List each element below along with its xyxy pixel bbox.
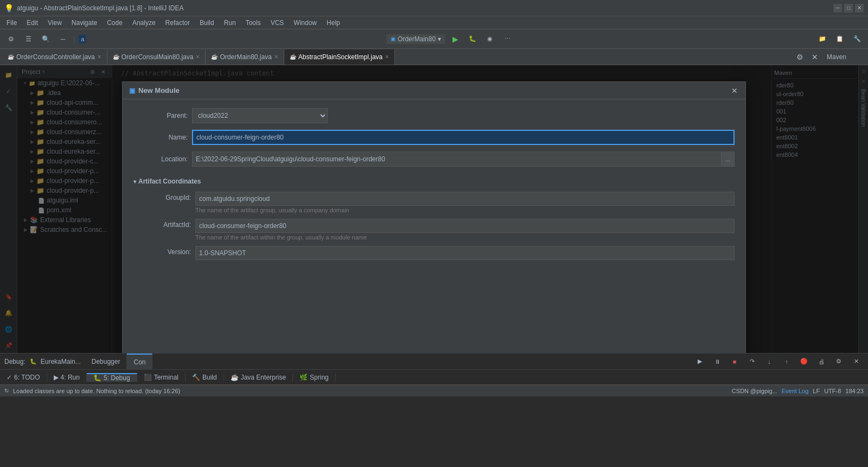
artifactid-input[interactable] [195,219,735,233]
version-input[interactable] [195,246,735,260]
java-enterprise-icon: ☕ [231,374,239,381]
run-tab[interactable]: ▶ 4: Run [47,374,87,381]
menu-vcs[interactable]: VCS [266,18,289,28]
toolbar-extra3[interactable]: 🔧 [850,31,865,47]
toolbar-layout[interactable]: ☰ [21,31,36,47]
dialog-spacer [123,269,745,353]
coverage-button[interactable]: ◉ [482,31,497,47]
debug-pause-btn[interactable]: ⏸ [710,354,725,369]
groupid-input[interactable] [195,192,735,206]
debugger-tab[interactable]: Debugger [85,354,127,370]
tabs-bar: ☕ OrderConsulController.java ✕ ☕ OrderCo… [0,49,868,65]
menu-refactor[interactable]: Refactor [161,18,194,28]
event-log-label[interactable]: Event Log [782,388,809,394]
parent-select-wrapper: cloud2022 [192,108,328,123]
debug-resume-btn[interactable]: ▶ [692,354,707,369]
run-config-selector[interactable]: ▣ OrderMain80 ▾ [386,34,445,44]
location-browse-button[interactable]: ... [722,152,735,167]
run-label: 4: Run [61,374,80,381]
parent-select[interactable]: cloud2022 [192,108,328,123]
version-label: Version: [142,246,191,256]
menu-help[interactable]: Help [322,18,344,28]
con-tab[interactable]: Con [127,354,152,370]
artifact-header[interactable]: ▾ Artifact Coordinates [133,175,735,187]
artifact-section: ▾ Artifact Coordinates GroupId: The name… [133,175,735,260]
name-input[interactable] [192,130,735,145]
tab-orderconsulmain80[interactable]: ☕ OrderConsulMain80.java ✕ [107,49,206,65]
build-tab[interactable]: 🔨 Build [186,374,224,381]
toolbar-search[interactable]: 🔍 [38,31,53,47]
groupid-label: GroupId: [142,192,191,201]
debug-icon: 🐛 [93,374,101,382]
debug-settings-btn[interactable]: ⚙ [831,354,846,369]
bottom-toolbar: ✓ 6: TODO ▶ 4: Run 🐛 5: Debug ⬛ Terminal… [0,369,868,384]
menu-navigate[interactable]: Navigate [67,18,101,28]
close-button[interactable]: ✕ [855,4,864,12]
toolbar-minus[interactable]: ─ [55,31,71,47]
new-module-dialog: ▣ New Module ✕ Parent: cloud2022 [122,81,746,353]
maximize-button[interactable]: □ [844,4,853,12]
java-enterprise-tab[interactable]: ☕ Java Enterprise [224,374,293,381]
menu-analyze[interactable]: Analyze [128,18,160,28]
terminal-tab[interactable]: ⬛ Terminal [137,374,186,381]
location-input[interactable] [192,152,722,167]
title-bar-left: 💡 atguigu - AbstractPlainSocketImpl.java… [4,4,183,12]
minimize-button[interactable]: ─ [833,4,842,12]
toolbar-extra1[interactable]: 📁 [815,31,830,47]
tabs-settings[interactable]: ⚙ [792,49,807,65]
more-button[interactable]: ⋯ [500,31,515,47]
debug-close-btn[interactable]: ✕ [848,354,864,369]
menu-view[interactable]: View [43,18,66,28]
tab-ordermain80[interactable]: ☕ OrderMain80.java ✕ [206,49,284,65]
debug-controls: ▶ ⏸ ■ ↷ ↓ ↑ 🔴 🖨 ⚙ ✕ [692,354,864,369]
groupid-row: GroupId: The name of the artifact group,… [142,192,735,213]
status-bar-right: CSDN @pigpig... Event Log LF UTF-8 184:2… [732,388,864,394]
version-input-group [195,246,735,260]
debug-button[interactable]: 🐛 [465,31,480,47]
dialog-close-button[interactable]: ✕ [730,86,739,95]
tab-close-2[interactable]: ✕ [274,54,278,60]
tabs-close-all[interactable]: ✕ [807,49,822,65]
menu-file[interactable]: File [2,18,21,28]
menu-tools[interactable]: Tools [241,18,265,28]
debug-step-out-btn[interactable]: ↑ [779,354,794,369]
tab-close-0[interactable]: ✕ [97,54,101,60]
menu-build[interactable]: Build [195,18,219,28]
tab-orderconsulcontroller[interactable]: ☕ OrderConsulController.java ✕ [2,49,107,65]
debug-label: Debug: [4,358,25,365]
menu-run[interactable]: Run [220,18,240,28]
location-input-wrapper: ... [192,152,735,167]
menu-code[interactable]: Code [103,18,127,28]
encoding-label[interactable]: UTF-8 [824,388,841,394]
modal-overlay: ▣ New Module ✕ Parent: cloud2022 [0,65,868,353]
position-label: 184:23 [845,388,864,394]
parent-row: Parent: cloud2022 [133,108,735,123]
toolbar-settings[interactable]: ⚙ [3,31,18,47]
debug-print-btn[interactable]: 🖨 [814,354,829,369]
artifactid-hint: The name of the artifact within the grou… [195,234,735,241]
debug-bottom-tabs: Debugger Con [85,354,153,370]
tab-close-3[interactable]: ✕ [385,54,389,60]
spring-tab[interactable]: 🌿 Spring [293,374,336,381]
debug-stop-btn[interactable]: ■ [727,354,742,369]
debug-step-into-btn[interactable]: ↓ [762,354,777,369]
debug-tab-bottom[interactable]: 🐛 5: Debug [87,373,137,382]
debug-mute-btn[interactable]: 🔴 [796,354,812,369]
location-row: Location: ... [133,152,735,167]
tab-close-1[interactable]: ✕ [195,54,200,60]
dialog-title-text: New Module [138,86,180,94]
title-bar: 💡 atguigu - AbstractPlainSocketImpl.java… [0,0,868,16]
status-spinner: ↻ [4,388,9,394]
line-sep-label[interactable]: LF [813,388,820,394]
run-config-name: OrderMain80 [398,35,436,43]
menu-edit[interactable]: Edit [22,18,42,28]
toolbar-extra2[interactable]: 📋 [832,31,847,47]
todo-tab[interactable]: ✓ 6: TODO [0,374,47,381]
tab-abstractplainsocketimpl[interactable]: ☕ AbstractPlainSocketImpl.java ✕ [284,49,395,65]
maven-tab[interactable]: Maven [822,53,866,61]
debug-step-over-btn[interactable]: ↷ [744,354,760,369]
run-button[interactable]: ▶ [448,31,463,47]
menu-window[interactable]: Window [289,18,321,28]
location-label: Location: [133,155,188,163]
menu-bar: File Edit View Navigate Code Analyze Ref… [0,16,868,29]
